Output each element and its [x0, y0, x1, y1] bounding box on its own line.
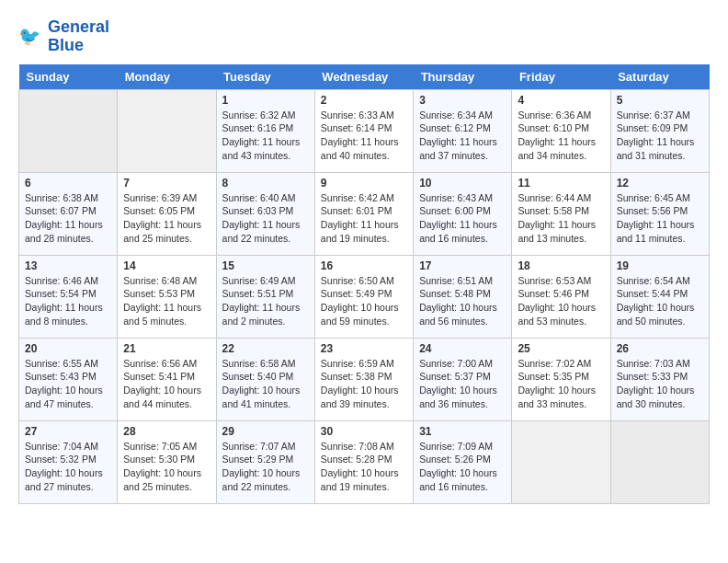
sunrise-text: Sunrise: 6:45 AM — [617, 191, 703, 205]
day-info: Sunrise: 6:49 AMSunset: 5:51 PMDaylight:… — [222, 274, 309, 328]
calendar-cell: 14Sunrise: 6:48 AMSunset: 5:53 PMDayligh… — [118, 255, 216, 338]
daylight-text: Daylight: 10 hours and 44 minutes. — [123, 384, 210, 410]
daylight-text: Daylight: 10 hours and 36 minutes. — [419, 384, 506, 410]
day-info: Sunrise: 6:54 AMSunset: 5:44 PMDaylight:… — [617, 274, 703, 328]
sunrise-text: Sunrise: 6:50 AM — [321, 274, 407, 288]
sunrise-text: Sunrise: 6:53 AM — [518, 274, 604, 288]
sunset-text: Sunset: 6:09 PM — [617, 121, 703, 135]
day-number: 8 — [222, 177, 309, 190]
sunrise-text: Sunrise: 6:55 AM — [25, 357, 111, 371]
page-header: 🐦 General Blue — [18, 18, 710, 55]
day-info: Sunrise: 6:32 AMSunset: 6:16 PMDaylight:… — [222, 109, 309, 163]
day-number: 20 — [25, 342, 111, 355]
day-number: 21 — [123, 342, 210, 355]
daylight-text: Daylight: 10 hours and 16 minutes. — [419, 466, 506, 493]
daylight-text: Daylight: 11 hours and 22 minutes. — [222, 218, 309, 245]
day-info: Sunrise: 6:53 AMSunset: 5:46 PMDaylight:… — [518, 274, 604, 328]
day-info: Sunrise: 6:59 AMSunset: 5:38 PMDaylight:… — [321, 357, 407, 411]
day-number: 15 — [222, 259, 309, 272]
daylight-text: Daylight: 10 hours and 27 minutes. — [25, 466, 111, 493]
day-number: 4 — [518, 94, 604, 107]
calendar-cell: 11Sunrise: 6:44 AMSunset: 5:58 PMDayligh… — [512, 172, 610, 255]
sunrise-text: Sunrise: 6:32 AM — [222, 109, 309, 122]
sunrise-text: Sunrise: 6:49 AM — [222, 274, 309, 288]
day-number: 12 — [617, 177, 703, 190]
calendar-cell: 2Sunrise: 6:33 AMSunset: 6:14 PMDaylight… — [314, 89, 413, 172]
sunset-text: Sunset: 6:14 PM — [321, 121, 407, 135]
sunrise-text: Sunrise: 6:48 AM — [123, 274, 210, 288]
logo: 🐦 General Blue — [18, 18, 109, 55]
calendar-cell: 13Sunrise: 6:46 AMSunset: 5:54 PMDayligh… — [19, 255, 118, 338]
calendar-cell — [512, 420, 610, 503]
calendar-cell: 3Sunrise: 6:34 AMSunset: 6:12 PMDaylight… — [414, 89, 512, 172]
sunrise-text: Sunrise: 6:44 AM — [518, 191, 604, 205]
sunset-text: Sunset: 5:53 PM — [123, 287, 210, 301]
sunset-text: Sunset: 6:03 PM — [222, 204, 309, 218]
day-info: Sunrise: 6:44 AMSunset: 5:58 PMDaylight:… — [518, 191, 604, 246]
calendar-cell: 31Sunrise: 7:09 AMSunset: 5:26 PMDayligh… — [414, 420, 512, 503]
calendar-cell: 30Sunrise: 7:08 AMSunset: 5:28 PMDayligh… — [314, 420, 413, 503]
sunrise-text: Sunrise: 6:46 AM — [25, 274, 111, 288]
day-number: 30 — [321, 425, 407, 438]
sunset-text: Sunset: 5:54 PM — [25, 287, 111, 301]
sunset-text: Sunset: 5:51 PM — [222, 287, 309, 301]
weekday-header-thursday: Thursday — [414, 64, 512, 90]
sunset-text: Sunset: 5:56 PM — [617, 204, 703, 218]
calendar-cell — [610, 420, 709, 503]
calendar-week-3: 13Sunrise: 6:46 AMSunset: 5:54 PMDayligh… — [19, 255, 710, 338]
calendar-cell: 27Sunrise: 7:04 AMSunset: 5:32 PMDayligh… — [19, 420, 118, 503]
calendar-cell: 28Sunrise: 7:05 AMSunset: 5:30 PMDayligh… — [118, 420, 216, 503]
day-info: Sunrise: 6:42 AMSunset: 6:01 PMDaylight:… — [321, 191, 407, 246]
daylight-text: Daylight: 11 hours and 37 minutes. — [419, 135, 506, 162]
daylight-text: Daylight: 11 hours and 11 minutes. — [617, 218, 703, 245]
daylight-text: Daylight: 10 hours and 19 minutes. — [321, 466, 407, 493]
day-info: Sunrise: 6:40 AMSunset: 6:03 PMDaylight:… — [222, 191, 309, 246]
day-info: Sunrise: 6:37 AMSunset: 6:09 PMDaylight:… — [617, 109, 703, 163]
calendar-cell — [19, 89, 118, 172]
day-info: Sunrise: 7:09 AMSunset: 5:26 PMDaylight:… — [419, 440, 506, 494]
sunrise-text: Sunrise: 7:00 AM — [419, 357, 506, 371]
daylight-text: Daylight: 11 hours and 31 minutes. — [617, 135, 703, 162]
daylight-text: Daylight: 11 hours and 40 minutes. — [321, 135, 407, 162]
day-info: Sunrise: 7:03 AMSunset: 5:33 PMDaylight:… — [617, 357, 703, 411]
sunset-text: Sunset: 5:41 PM — [123, 370, 210, 384]
sunset-text: Sunset: 5:46 PM — [518, 287, 604, 301]
day-number: 7 — [123, 177, 210, 190]
day-number: 16 — [321, 259, 407, 272]
day-number: 2 — [321, 94, 407, 107]
day-number: 22 — [222, 342, 309, 355]
daylight-text: Daylight: 10 hours and 50 minutes. — [617, 301, 703, 327]
day-number: 17 — [419, 259, 506, 272]
daylight-text: Daylight: 11 hours and 16 minutes. — [419, 218, 506, 245]
daylight-text: Daylight: 11 hours and 19 minutes. — [321, 218, 407, 245]
daylight-text: Daylight: 11 hours and 28 minutes. — [25, 218, 111, 245]
sunrise-text: Sunrise: 7:03 AM — [617, 357, 703, 371]
sunset-text: Sunset: 6:10 PM — [518, 121, 604, 135]
calendar-week-2: 6Sunrise: 6:38 AMSunset: 6:07 PMDaylight… — [19, 172, 710, 255]
weekday-header-monday: Monday — [118, 64, 216, 90]
sunrise-text: Sunrise: 6:37 AM — [617, 109, 703, 122]
calendar-cell: 16Sunrise: 6:50 AMSunset: 5:49 PMDayligh… — [314, 255, 413, 338]
day-info: Sunrise: 6:58 AMSunset: 5:40 PMDaylight:… — [222, 357, 309, 411]
sunset-text: Sunset: 5:58 PM — [518, 204, 604, 218]
daylight-text: Daylight: 10 hours and 47 minutes. — [25, 384, 111, 410]
daylight-text: Daylight: 10 hours and 59 minutes. — [321, 301, 407, 327]
sunrise-text: Sunrise: 6:34 AM — [419, 109, 506, 122]
calendar-cell: 4Sunrise: 6:36 AMSunset: 6:10 PMDaylight… — [512, 89, 610, 172]
sunrise-text: Sunrise: 7:08 AM — [321, 440, 407, 454]
day-number: 3 — [419, 94, 506, 107]
day-info: Sunrise: 7:07 AMSunset: 5:29 PMDaylight:… — [222, 440, 309, 494]
calendar-cell: 8Sunrise: 6:40 AMSunset: 6:03 PMDaylight… — [216, 172, 314, 255]
day-info: Sunrise: 6:38 AMSunset: 6:07 PMDaylight:… — [25, 191, 111, 246]
daylight-text: Daylight: 11 hours and 34 minutes. — [518, 135, 604, 162]
day-info: Sunrise: 6:55 AMSunset: 5:43 PMDaylight:… — [25, 357, 111, 411]
daylight-text: Daylight: 11 hours and 8 minutes. — [25, 301, 111, 327]
calendar-cell: 25Sunrise: 7:02 AMSunset: 5:35 PMDayligh… — [512, 338, 610, 420]
calendar-cell: 6Sunrise: 6:38 AMSunset: 6:07 PMDaylight… — [19, 172, 118, 255]
day-info: Sunrise: 6:33 AMSunset: 6:14 PMDaylight:… — [321, 109, 407, 163]
weekday-header-tuesday: Tuesday — [216, 64, 314, 90]
calendar-cell: 1Sunrise: 6:32 AMSunset: 6:16 PMDaylight… — [216, 89, 314, 172]
sunset-text: Sunset: 6:05 PM — [123, 204, 210, 218]
day-number: 18 — [518, 259, 604, 272]
weekday-header-wednesday: Wednesday — [314, 64, 413, 90]
